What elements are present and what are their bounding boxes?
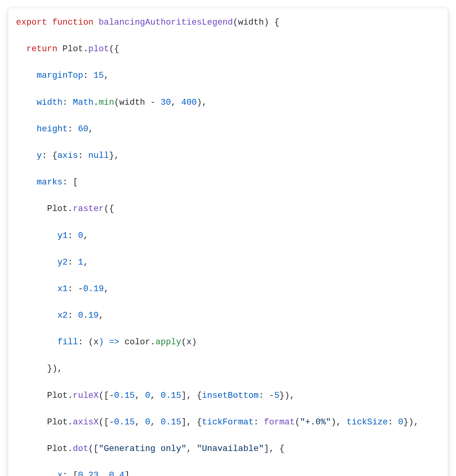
keyword-return: return [26, 44, 57, 54]
function-name: balancingAuthoritiesLegend [99, 18, 233, 27]
code-block-card: export function balancingAuthoritiesLege… [8, 8, 448, 476]
code-line: Plot.raster({ [16, 202, 442, 216]
code-line: y: {axis: null}, [16, 149, 442, 163]
property: height [37, 124, 68, 134]
method-call: axisX [73, 417, 99, 427]
code-line: }), [16, 362, 442, 376]
property: marginTop [37, 71, 83, 81]
code-line: x2: 0.19, [16, 309, 442, 322]
keyword-function: function [52, 18, 93, 27]
property: marks [37, 177, 63, 187]
code-line: x: [0.23, 0.4], [16, 469, 442, 476]
property: y [37, 151, 42, 161]
code-line: export function balancingAuthoritiesLege… [16, 16, 442, 29]
code-line: Plot.dot(["Generating only", "Unavailabl… [16, 442, 442, 456]
keyword-export: export [16, 18, 47, 27]
string-literal: "Unavailable" [197, 444, 264, 454]
code-line: width: Math.min(width - 30, 400), [16, 96, 442, 109]
code-line: marks: [ [16, 176, 442, 189]
code-line: x1: -0.19, [16, 283, 442, 296]
code-line: marginTop: 15, [16, 69, 442, 82]
code-block: export function balancingAuthoritiesLege… [16, 16, 442, 476]
code-line: Plot.ruleX([-0.15, 0, 0.15], {insetBotto… [16, 389, 442, 403]
method-call: min [99, 98, 114, 107]
param: width [238, 18, 264, 27]
identifier: Plot [63, 44, 83, 54]
number: 15 [93, 71, 104, 81]
property: width [37, 98, 63, 107]
code-line: y2: 1, [16, 256, 442, 269]
null-literal: null [88, 151, 109, 161]
string-literal: "Generating only" [99, 444, 186, 454]
code-line: y1: 0, [16, 229, 442, 243]
code-line: height: 60, [16, 123, 442, 136]
function-call: format [264, 417, 295, 427]
method-call: plot [88, 44, 109, 54]
code-line: fill: (x) => color.apply(x) [16, 336, 442, 349]
builtin: Math [73, 98, 93, 107]
method-call: dot [73, 444, 88, 454]
property: axis [57, 151, 78, 161]
code-line: Plot.axisX([-0.15, 0, 0.15], {tickFormat… [16, 416, 442, 429]
string-literal: "+.0%" [300, 417, 331, 427]
method-call: ruleX [73, 391, 99, 401]
code-line: return Plot.plot({ [16, 43, 442, 56]
method-call: raster [73, 204, 104, 214]
method-call: apply [155, 337, 181, 347]
